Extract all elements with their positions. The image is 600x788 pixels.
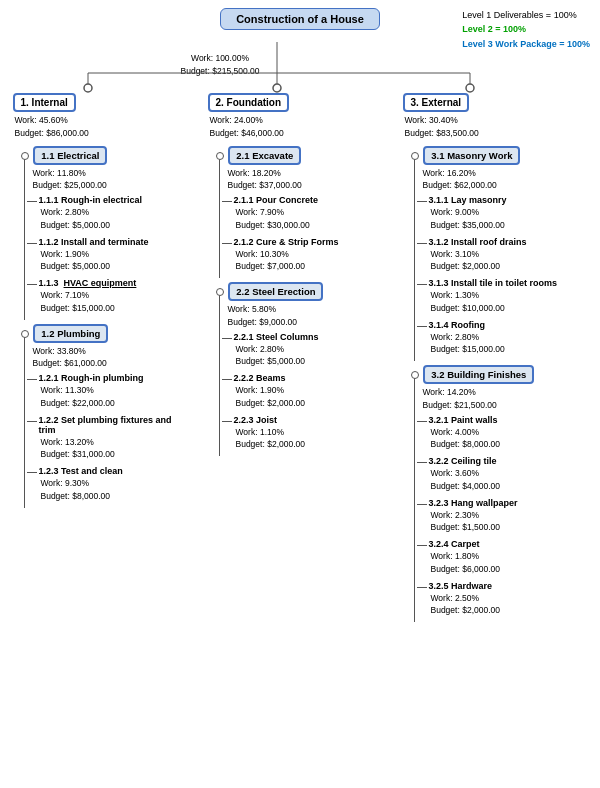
l3-steel-columns: 2.2.1 Steel Columns Work: 2.80% Budget: … [234,332,376,369]
l3-lay-masonry: 3.1.1 Lay masonry Work: 9.00% Budget: $3… [429,195,579,232]
l2-finishes-block: 3.2 Building Finishes Work: 14.20% Budge… [411,365,579,412]
l2-excavate-block: 2.1 Excavate Work: 18.20% Budget: $37,00… [216,146,376,193]
steel-dot [216,288,224,296]
l3-rough-in-electrical: 1.1.1 Rough-in electrical Work: 2.80% Bu… [39,195,181,232]
legend-l2: Level 2 = 100% [462,22,590,36]
l2-excavate-label: 2.1 Excavate [228,146,301,165]
l2-steel-section: 2.2 Steel Erection Work: 5.80% Budget: $… [216,282,376,456]
l3-rough-info: Work: 2.80% Budget: $5,000.00 [41,206,181,232]
l1-internal-block: 1. Internal Work: 45.60% Budget: $86,000… [13,93,89,140]
l3-tile-toilet: 3.1.3 Install tile in toilet rooms Work:… [429,278,579,315]
l1-external-label: 3. External [403,93,470,112]
col-internal: 1. Internal Work: 45.60% Budget: $86,000… [13,93,191,508]
l2-plumbing-label: 1.2 Plumbing [33,324,108,343]
l1-foundation-info: Work: 24.00% Budget: $46,000.00 [210,114,290,140]
l2-masonry-label: 3.1 Masonry Work [423,146,520,165]
l1-external-block: 3. External Work: 30.40% Budget: $83,500… [403,93,479,140]
root-title: Construction of a House [236,13,364,25]
l3-install-terminate: 1.1.2 Install and terminate Work: 1.90% … [39,237,181,274]
l3-beams: 2.2.2 Beams Work: 1.90% Budget: $2,000.0… [234,373,376,410]
l1-external-info: Work: 30.40% Budget: $83,500.00 [405,114,479,140]
root-work: Work: 100.00% [181,52,260,65]
l2-excavate-info: Work: 18.20% Budget: $37,000.00 [228,167,376,193]
l2-excavate-section: 2.1 Excavate Work: 18.20% Budget: $37,00… [216,146,376,279]
l3-rough-label: 1.1.1 Rough-in electrical [39,195,181,205]
l2-finishes-section: 3.2 Building Finishes Work: 14.20% Budge… [411,365,579,622]
l3-test-clean: 1.2.3 Test and clean Work: 9.30% Budget:… [39,466,181,503]
l3-paint-walls: 3.2.1 Paint walls Work: 4.00% Budget: $8… [429,415,579,452]
l3-hvac-label: 1.1.3 HVAC equipment [39,278,181,288]
l3-roof-drains: 3.1.2 Install roof drains Work: 3.10% Bu… [429,237,579,274]
l3-hvac-info: Work: 7.10% Budget: $15,000.00 [41,289,181,315]
svg-point-5 [84,84,92,92]
l3-hang-wallpaper: 3.2.3 Hang wallpaper Work: 2.30% Budget:… [429,498,579,535]
l2-steel-block: 2.2 Steel Erection Work: 5.80% Budget: $… [216,282,376,329]
electrical-dot [21,152,29,160]
l3-install-label: 1.1.2 Install and terminate [39,237,181,247]
l2-electrical-info: Work: 11.80% Budget: $25,000.00 [33,167,181,193]
plumbing-dot [21,330,29,338]
l2-masonry-info: Work: 16.20% Budget: $62,000.00 [423,167,579,193]
svg-point-7 [466,84,474,92]
l2-masonry-section: 3.1 Masonry Work Work: 16.20% Budget: $6… [411,146,579,362]
l2-plumbing-info: Work: 33.80% Budget: $61,000.00 [33,345,181,371]
l3-cure-strip: 2.1.2 Cure & Strip Forms Work: 10.30% Bu… [234,237,376,274]
l3-roofing: 3.1.4 Roofing Work: 2.80% Budget: $15,00… [429,320,579,357]
l2-plumbing-block: 1.2 Plumbing Work: 33.80% Budget: $61,00… [21,324,181,371]
l1-foundation-label: 2. Foundation [208,93,290,112]
legend-l3: Level 3 Work Package = 100% [462,37,590,51]
svg-point-6 [273,84,281,92]
l1-internal-label: 1. Internal [13,93,76,112]
l2-finishes-label: 3.2 Building Finishes [423,365,534,384]
l2-finishes-info: Work: 14.20% Budget: $21,500.00 [423,386,579,412]
l1-foundation-block: 2. Foundation Work: 24.00% Budget: $46,0… [208,93,290,140]
legend: Level 1 Deliverables = 100% Level 2 = 10… [462,8,590,51]
root-node: Construction of a House [220,8,380,30]
masonry-dot [411,152,419,160]
excavate-dot [216,152,224,160]
l2-steel-label: 2.2 Steel Erection [228,282,323,301]
col-external: 3. External Work: 30.40% Budget: $83,500… [403,93,588,622]
l3-install-info: Work: 1.90% Budget: $5,000.00 [41,248,181,274]
l3-set-plumbing: 1.2.2 Set plumbing fixtures and trim Wor… [39,415,181,462]
l2-electrical-label: 1.1 Electrical [33,146,107,165]
l2-electrical-section: 1.1 Electrical Work: 11.80% Budget: $25,… [21,146,181,320]
l3-rough-in-plumbing: 1.2.1 Rough-in plumbing Work: 11.30% Bud… [39,373,181,410]
l3-ceiling-tile: 3.2.2 Ceiling tile Work: 3.60% Budget: $… [429,456,579,493]
l2-plumbing-section: 1.2 Plumbing Work: 33.80% Budget: $61,00… [21,324,181,508]
l3-pour-concrete: 2.1.1 Pour Concrete Work: 7.90% Budget: … [234,195,376,232]
l2-steel-info: Work: 5.80% Budget: $9,000.00 [228,303,376,329]
legend-l1: Level 1 Deliverables = 100% [462,8,590,22]
l3-hvac: 1.1.3 HVAC equipment Work: 7.10% Budget:… [39,278,181,315]
l1-internal-info: Work: 45.60% Budget: $86,000.00 [15,114,89,140]
root-info: Work: 100.00% Budget: $215,500.00 [181,52,260,78]
l2-masonry-block: 3.1 Masonry Work Work: 16.20% Budget: $6… [411,146,579,193]
col-foundation: 2. Foundation Work: 24.00% Budget: $46,0… [208,93,386,456]
root-budget: Budget: $215,500.00 [181,65,260,78]
l3-joist: 2.2.3 Joist Work: 1.10% Budget: $2,000.0… [234,415,376,452]
l2-electrical-block: 1.1 Electrical Work: 11.80% Budget: $25,… [21,146,181,193]
finishes-dot [411,371,419,379]
l3-carpet: 3.2.4 Carpet Work: 1.80% Budget: $6,000.… [429,539,579,576]
l3-hardware: 3.2.5 Hardware Work: 2.50% Budget: $2,00… [429,581,579,618]
